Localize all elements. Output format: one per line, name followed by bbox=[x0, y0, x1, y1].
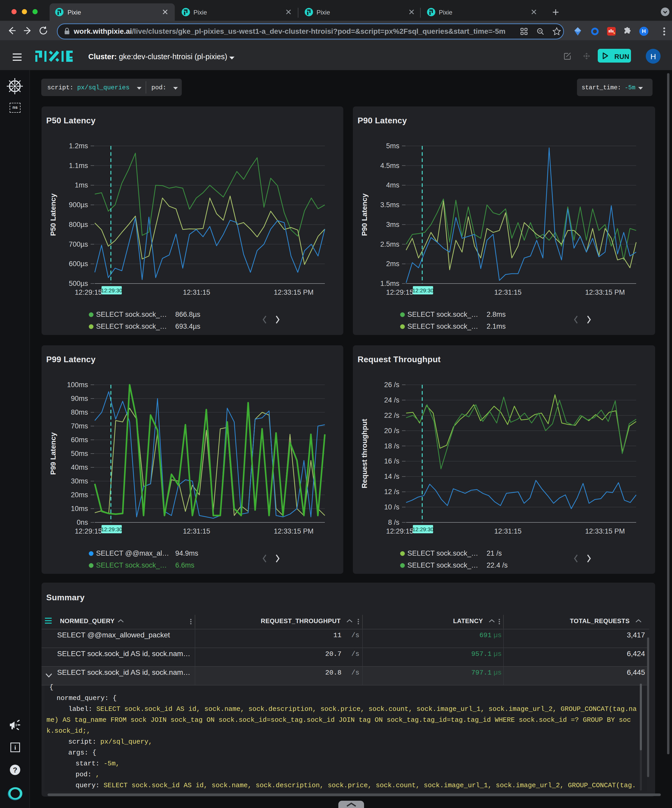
svg-text:12:29:15: 12:29:15 bbox=[386, 528, 413, 535]
svg-text:12:33:15 PM: 12:33:15 PM bbox=[274, 289, 313, 296]
svg-text:26 /s: 26 /s bbox=[384, 381, 400, 389]
svg-text:50ms: 50ms bbox=[71, 450, 88, 457]
svg-text:3ms: 3ms bbox=[386, 221, 400, 229]
svg-text:12:31:15: 12:31:15 bbox=[494, 528, 522, 535]
svg-text:22 /s: 22 /s bbox=[384, 412, 400, 419]
svg-text:90ms: 90ms bbox=[71, 395, 88, 402]
svg-text:10 /s: 10 /s bbox=[384, 503, 400, 511]
svg-text:12:29:30: 12:29:30 bbox=[412, 287, 434, 294]
svg-text:3.5ms: 3.5ms bbox=[380, 201, 400, 209]
svg-text:12:33:15 PM: 12:33:15 PM bbox=[585, 289, 625, 296]
svg-text:12:29:30: 12:29:30 bbox=[101, 287, 122, 294]
svg-text:12:31:15: 12:31:15 bbox=[183, 289, 210, 296]
svg-text:1.5ms: 1.5ms bbox=[380, 280, 400, 287]
svg-text:18 /s: 18 /s bbox=[384, 442, 400, 450]
svg-text:12:29:30: 12:29:30 bbox=[101, 526, 122, 532]
svg-text:80ms: 80ms bbox=[71, 408, 88, 416]
svg-text:10ms: 10ms bbox=[71, 505, 88, 513]
svg-text:12:29:15: 12:29:15 bbox=[386, 289, 413, 296]
svg-text:2.5ms: 2.5ms bbox=[380, 240, 400, 248]
svg-text:2ms: 2ms bbox=[386, 260, 400, 268]
svg-text:12:33:15 PM: 12:33:15 PM bbox=[585, 528, 625, 535]
svg-text:100ms: 100ms bbox=[67, 381, 88, 389]
svg-text:12:29:15: 12:29:15 bbox=[75, 289, 102, 296]
svg-text:1.2ms: 1.2ms bbox=[69, 142, 88, 150]
svg-text:700µs: 700µs bbox=[69, 240, 88, 248]
svg-text:P90 Latency: P90 Latency bbox=[360, 194, 368, 236]
svg-text:900µs: 900µs bbox=[69, 201, 88, 209]
svg-text:20 /s: 20 /s bbox=[384, 427, 400, 435]
svg-text:14 /s: 14 /s bbox=[384, 472, 400, 480]
svg-text:1ms: 1ms bbox=[75, 181, 88, 189]
svg-text:4ms: 4ms bbox=[386, 181, 400, 189]
svg-text:8 /s: 8 /s bbox=[388, 519, 400, 526]
svg-text:60ms: 60ms bbox=[71, 436, 88, 444]
svg-text:5ms: 5ms bbox=[386, 142, 400, 150]
svg-text:600µs: 600µs bbox=[69, 260, 88, 268]
svg-text:12:31:15: 12:31:15 bbox=[183, 528, 210, 535]
svg-text:40ms: 40ms bbox=[71, 464, 88, 471]
svg-text:12:33:15 PM: 12:33:15 PM bbox=[274, 528, 313, 535]
svg-text:24 /s: 24 /s bbox=[384, 396, 400, 404]
svg-text:P50 Latency: P50 Latency bbox=[49, 194, 57, 236]
svg-text:70ms: 70ms bbox=[71, 422, 88, 430]
svg-text:500µs: 500µs bbox=[69, 280, 88, 287]
svg-text:12:31:15: 12:31:15 bbox=[494, 289, 522, 296]
svg-text:1.1ms: 1.1ms bbox=[69, 162, 88, 170]
svg-text:Request throughput: Request throughput bbox=[360, 419, 368, 488]
svg-text:16 /s: 16 /s bbox=[384, 457, 400, 465]
svg-text:P99 Latency: P99 Latency bbox=[49, 432, 57, 475]
svg-text:12 /s: 12 /s bbox=[384, 488, 400, 496]
svg-text:30ms: 30ms bbox=[71, 477, 88, 485]
svg-text:0ns: 0ns bbox=[77, 519, 88, 526]
svg-text:12:29:30: 12:29:30 bbox=[412, 526, 434, 532]
svg-text:20ms: 20ms bbox=[71, 491, 88, 499]
svg-text:12:29:15: 12:29:15 bbox=[75, 528, 102, 535]
svg-text:800µs: 800µs bbox=[69, 221, 88, 229]
svg-text:4.5ms: 4.5ms bbox=[380, 162, 400, 170]
